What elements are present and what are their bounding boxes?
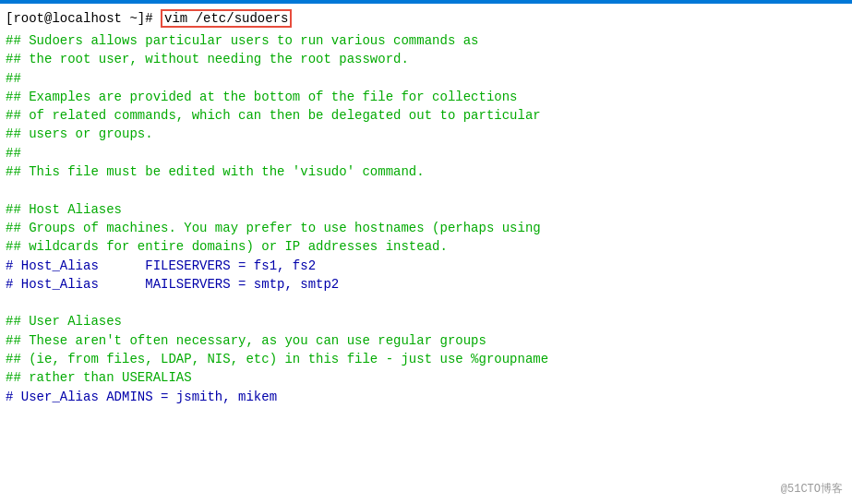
content-line: ## users or groups.: [6, 125, 846, 143]
content-line: ## rather than USERALIAS: [6, 368, 846, 387]
file-content: ## Sudoers allows particular users to ru…: [6, 31, 846, 406]
top-bar: [0, 0, 852, 4]
content-line: # Host_Alias FILESERVERS = fs1, fs2: [6, 257, 846, 275]
content-line: ## wildcards for entire domains) or IP a…: [6, 237, 846, 256]
content-line: # Host_Alias MAILSERVERS = smtp, smtp2: [6, 275, 846, 294]
content-line: [6, 181, 846, 199]
content-line: # User_Alias ADMINS = jsmith, mikem: [6, 388, 846, 406]
content-line: ## Sudoers allows particular users to ru…: [6, 31, 846, 50]
content-line: ##: [6, 144, 846, 162]
terminal-window: [root@localhost ~]# vim /etc/sudoers ## …: [0, 0, 852, 504]
content-line: ## User Aliases: [6, 312, 846, 330]
content-line: ## This file must be edited with the 'vi…: [6, 162, 846, 181]
command-line: [root@localhost ~]# vim /etc/sudoers: [6, 9, 846, 28]
content-line: ##: [6, 69, 846, 88]
content-line: ## the root user, without needing the ro…: [6, 50, 846, 68]
content-line: ## (ie, from files, LDAP, NIS, etc) in t…: [6, 350, 846, 368]
content-line: ## Examples are provided at the bottom o…: [6, 88, 846, 106]
watermark: @51CTO博客: [781, 481, 843, 497]
content-line: ## These aren't often necessary, as you …: [6, 331, 846, 350]
command-box: vim /etc/sudoers: [161, 9, 292, 28]
command-text: vim /etc/sudoers: [164, 11, 288, 26]
prompt: [root@localhost ~]#: [6, 11, 161, 26]
content-line: ## Host Aliases: [6, 200, 846, 219]
content-line: ## Groups of machines. You may prefer to…: [6, 219, 846, 237]
content-line: ## of related commands, which can then b…: [6, 106, 846, 125]
content-line: [6, 294, 846, 312]
